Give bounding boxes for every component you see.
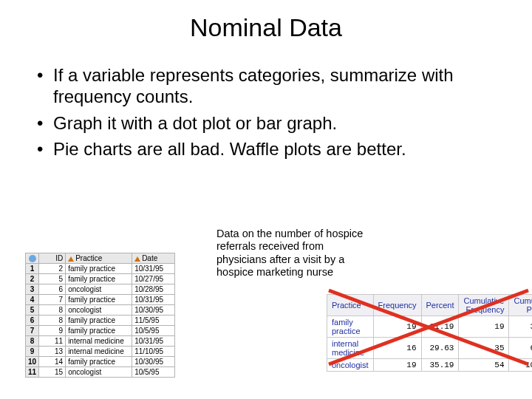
table-row: 913internal medicine11/10/95	[26, 347, 175, 357]
column-header: Percent	[421, 295, 459, 316]
table-row: 36oncologist10/28/95	[26, 284, 175, 295]
table-row: 12family practice10/31/95	[26, 264, 175, 274]
table-row: 47family practice10/31/95	[26, 295, 175, 305]
bullet-item: Pie charts are all bad. Waffle plots are…	[37, 138, 495, 160]
table-row: oncologist1935.1954100.00	[327, 359, 533, 372]
table-header-row: Practice Frequency Percent Cumulative Fr…	[327, 295, 533, 316]
column-header: Cumulative Frequency	[459, 295, 509, 316]
table-row: 25family practice10/27/95	[26, 274, 175, 284]
column-header: Frequency	[373, 295, 421, 316]
corner-cell	[26, 253, 39, 264]
table-row: 68family practice11/5/95	[26, 316, 175, 326]
column-header: Practice	[327, 295, 374, 316]
column-header: ID	[39, 253, 66, 264]
bullet-item: Graph it with a dot plot or bar graph.	[37, 112, 495, 134]
warning-icon	[68, 256, 74, 262]
globe-icon	[29, 255, 36, 262]
table-row: 1014family practice10/30/95	[26, 357, 175, 367]
bullet-list: If a variable represents categories, sum…	[0, 50, 532, 160]
table-header-row: ID Practice Date	[26, 253, 175, 264]
figure-caption: Data on the number of hospice referrals …	[216, 228, 364, 279]
frequency-table: Practice Frequency Percent Cumulative Fr…	[327, 294, 532, 372]
table-row: 811internal medicine10/31/95	[26, 336, 175, 347]
table-row: 58oncologist10/30/95	[26, 305, 175, 316]
table-row: family practice1931.191931.19	[327, 316, 533, 338]
column-header: Date	[132, 253, 175, 264]
table-row: 79family practice10/5/95	[26, 326, 175, 336]
column-header: Cumulative Percent	[509, 295, 532, 316]
slide: Nominal Data If a variable represents ca…	[0, 0, 532, 399]
column-header: Practice	[66, 253, 132, 264]
spreadsheet-table: ID Practice Date 12family practice10/31/…	[25, 253, 175, 378]
bullet-item: If a variable represents categories, sum…	[37, 64, 495, 108]
table-row: internal medicine1629.633564.81	[327, 338, 533, 359]
slide-title: Nominal Data	[0, 0, 532, 50]
warning-icon	[134, 256, 140, 262]
table-row: 1115oncologist10/5/95	[26, 367, 175, 378]
